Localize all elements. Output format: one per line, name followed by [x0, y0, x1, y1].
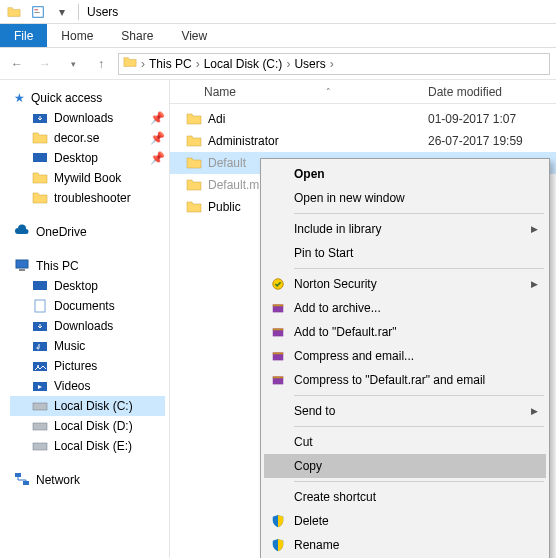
menu-include-library[interactable]: Include in library▶: [264, 217, 546, 241]
qat-dropdown-icon[interactable]: ▾: [54, 4, 70, 20]
ribbon: File Home Share View: [0, 24, 556, 48]
address-bar[interactable]: › This PC › Local Disk (C:) › Users ›: [118, 53, 550, 75]
divider: [78, 4, 79, 20]
tree-item-pc-videos[interactable]: Videos: [10, 376, 165, 396]
menu-rename[interactable]: Rename: [264, 533, 546, 557]
menu-compress-default-email[interactable]: Compress to "Default.rar" and email: [264, 368, 546, 392]
crumb-users[interactable]: Users: [294, 57, 325, 71]
menu-pin-start[interactable]: Pin to Start: [264, 241, 546, 265]
menu-norton[interactable]: Norton Security▶: [264, 272, 546, 296]
menu-cut[interactable]: Cut: [264, 430, 546, 454]
pin-icon: 📌: [150, 151, 165, 165]
crumb-this-pc[interactable]: This PC: [149, 57, 192, 71]
separator: [294, 395, 544, 396]
winrar-icon: [270, 372, 286, 388]
pin-icon: 📌: [150, 111, 165, 125]
pin-icon: 📌: [150, 131, 165, 145]
tree-item-pc-desktop[interactable]: Desktop: [10, 276, 165, 296]
menu-delete[interactable]: Delete: [264, 509, 546, 533]
tree-item-pc-documents[interactable]: Documents: [10, 296, 165, 316]
tree-item-decor[interactable]: decor.se📌: [10, 128, 165, 148]
star-icon: ★: [14, 91, 25, 105]
winrar-icon: [270, 348, 286, 364]
folder-icon: [6, 4, 22, 20]
tab-view[interactable]: View: [167, 24, 221, 47]
winrar-icon: [270, 300, 286, 316]
table-row[interactable]: Adi 01-09-2017 1:07: [170, 108, 556, 130]
svg-rect-17: [15, 473, 21, 477]
chevron-right-icon[interactable]: ›: [286, 57, 290, 71]
tree-item-desktop[interactable]: Desktop📌: [10, 148, 165, 168]
submenu-arrow-icon: ▶: [531, 406, 538, 416]
svg-rect-21: [273, 305, 284, 307]
tree-item-downloads[interactable]: Downloads📌: [10, 108, 165, 128]
separator: [294, 213, 544, 214]
tree-item-mywild[interactable]: Mywild Book: [10, 168, 165, 188]
tree-item-troubleshooter[interactable]: troubleshooter: [10, 188, 165, 208]
separator: [294, 426, 544, 427]
cloud-icon: [14, 223, 30, 242]
recent-dropdown-icon[interactable]: ▾: [62, 53, 84, 75]
col-name[interactable]: Name˄: [170, 80, 420, 103]
svg-rect-7: [33, 281, 47, 290]
svg-rect-8: [35, 300, 45, 312]
sort-asc-icon: ˄: [326, 87, 331, 97]
tab-file[interactable]: File: [0, 24, 47, 47]
svg-rect-6: [19, 269, 25, 271]
tab-home[interactable]: Home: [47, 24, 107, 47]
svg-rect-5: [16, 260, 28, 268]
svg-rect-15: [33, 423, 47, 430]
nav-tree: ★ Quick access Downloads📌 decor.se📌 Desk…: [0, 80, 170, 558]
svg-rect-1: [35, 9, 39, 10]
tree-item-pc-pictures[interactable]: Pictures: [10, 356, 165, 376]
pc-icon: [14, 257, 30, 276]
tree-onedrive[interactable]: OneDrive: [10, 222, 165, 242]
menu-open-new-window[interactable]: Open in new window: [264, 186, 546, 210]
svg-rect-10: [33, 342, 47, 351]
menu-add-archive[interactable]: Add to archive...: [264, 296, 546, 320]
window-title: Users: [87, 5, 118, 19]
menu-add-default-rar[interactable]: Add to "Default.rar": [264, 320, 546, 344]
folder-icon: [123, 55, 137, 72]
list-header: Name˄ Date modified: [170, 80, 556, 104]
menu-open[interactable]: Open: [264, 162, 546, 186]
menu-compress-email[interactable]: Compress and email...: [264, 344, 546, 368]
svg-rect-4: [33, 153, 47, 162]
winrar-icon: [270, 324, 286, 340]
up-button[interactable]: ↑: [90, 53, 112, 75]
tree-label: Quick access: [31, 91, 102, 105]
title-bar: ▾ Users: [0, 0, 556, 24]
svg-rect-25: [273, 353, 284, 355]
separator: [294, 481, 544, 482]
shield-icon: [270, 537, 286, 553]
tree-quick-access[interactable]: ★ Quick access: [10, 88, 165, 108]
svg-rect-14: [33, 403, 47, 410]
tree-item-disk-e[interactable]: Local Disk (E:): [10, 436, 165, 456]
chevron-right-icon[interactable]: ›: [196, 57, 200, 71]
tree-item-pc-music[interactable]: Music: [10, 336, 165, 356]
shield-icon: [270, 513, 286, 529]
table-row[interactable]: Administrator 26-07-2017 19:59: [170, 130, 556, 152]
col-date[interactable]: Date modified: [420, 80, 556, 103]
menu-send-to[interactable]: Send to▶: [264, 399, 546, 423]
crumb-local-disk[interactable]: Local Disk (C:): [204, 57, 283, 71]
tree-item-pc-downloads[interactable]: Downloads: [10, 316, 165, 336]
tree-item-disk-c[interactable]: Local Disk (C:): [10, 396, 165, 416]
svg-rect-16: [33, 443, 47, 450]
menu-create-shortcut[interactable]: Create shortcut: [264, 485, 546, 509]
svg-rect-18: [23, 481, 29, 485]
context-menu: Open Open in new window Include in libra…: [260, 158, 550, 558]
tree-this-pc[interactable]: This PC: [10, 256, 165, 276]
properties-qat-icon[interactable]: [30, 4, 46, 20]
svg-rect-27: [273, 377, 284, 379]
chevron-right-icon[interactable]: ›: [330, 57, 334, 71]
tree-network[interactable]: Network: [10, 470, 165, 490]
forward-button[interactable]: →: [34, 53, 56, 75]
tree-item-disk-d[interactable]: Local Disk (D:): [10, 416, 165, 436]
tab-share[interactable]: Share: [107, 24, 167, 47]
back-button[interactable]: ←: [6, 53, 28, 75]
menu-copy[interactable]: Copy: [264, 454, 546, 478]
nav-bar: ← → ▾ ↑ › This PC › Local Disk (C:) › Us…: [0, 48, 556, 80]
chevron-right-icon[interactable]: ›: [141, 57, 145, 71]
svg-rect-23: [273, 329, 284, 331]
